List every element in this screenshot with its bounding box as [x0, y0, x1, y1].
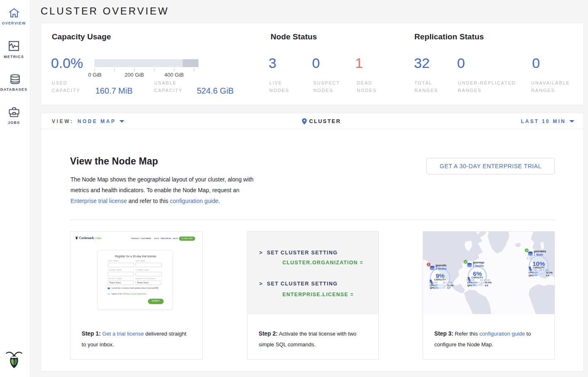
svg-text:2 Nodes: 2 Nodes: [473, 264, 484, 267]
svg-text:3.6 GiB: 3.6 GiB: [528, 268, 537, 271]
svg-text:42.5%: 42.5%: [485, 281, 491, 284]
svg-text:CPU: CPU: [467, 281, 472, 284]
svg-text:QPS: QPS: [529, 274, 534, 277]
svg-text:10%: 10%: [532, 260, 545, 267]
svg-text:4.4: 4.4: [546, 274, 550, 277]
svg-text:36.4 GiB: 36.4 GiB: [539, 268, 549, 271]
svg-text:CPU: CPU: [529, 271, 534, 274]
svg-text:CAPACITY: CAPACITY: [434, 278, 446, 281]
svg-text:3.7 GiB: 3.7 GiB: [466, 278, 475, 281]
svg-text:1 Node: 1 Node: [534, 253, 543, 256]
svg-text:35.1 GiB: 35.1 GiB: [443, 281, 452, 284]
svg-text:2 Nodes: 2 Nodes: [436, 267, 447, 270]
svg-text:12.3%: 12.3%: [546, 271, 553, 274]
svg-text:11.0%: 11.0%: [447, 284, 454, 287]
svg-text:4.7: 4.7: [447, 287, 450, 289]
svg-text:QPS: QPS: [430, 287, 435, 289]
svg-text:65.7 GiB: 65.7 GiB: [480, 278, 490, 281]
svg-text:CPU: CPU: [430, 284, 435, 287]
svg-text:0.0: 0.0: [485, 284, 488, 287]
svg-text:3.2 GiB: 3.2 GiB: [429, 281, 438, 284]
svg-text:QPS: QPS: [467, 284, 472, 287]
